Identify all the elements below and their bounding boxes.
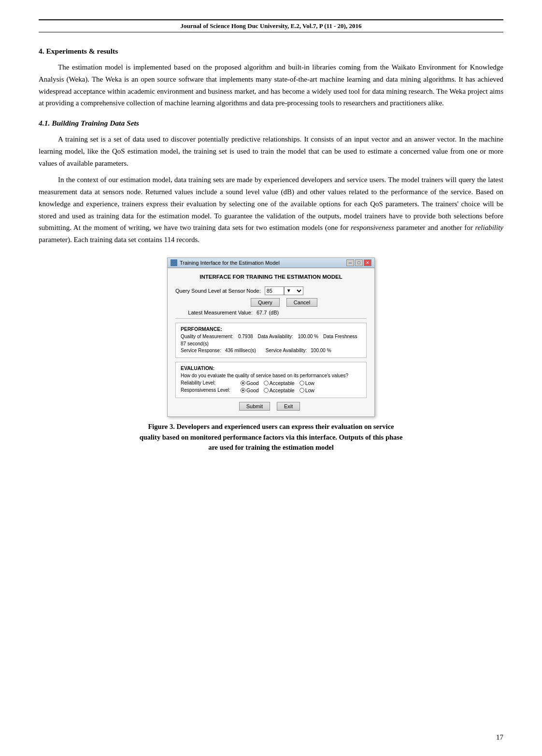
performance-title: PERFORMANCE: [181, 326, 361, 332]
exit-button[interactable]: Exit [277, 402, 300, 411]
responsiveness-acceptable-radio[interactable] [264, 388, 269, 393]
section41-paragraph1: A training set is a set of data used to … [39, 133, 503, 169]
latest-measurement-row: Latest Measurement Value: 67.7 (dB) [175, 310, 367, 315]
query-button[interactable]: Query [251, 298, 280, 307]
dialog-titlebar: Training Interface for the Estimation Mo… [168, 258, 374, 268]
close-button[interactable]: ✕ [364, 259, 371, 266]
reliability-radio-group: Good Acceptable Low [241, 380, 314, 386]
figure3-caption: Figure 3. Developers and experienced use… [140, 422, 403, 453]
journal-header: Journal of Science Hong Duc University, … [39, 19, 503, 32]
query-cancel-row: Query Cancel [204, 298, 367, 307]
dialog-title-text: Training Interface for the Estimation Mo… [180, 260, 280, 266]
evaluation-question-row: How do you evaluate the quality of servi… [181, 373, 361, 378]
dialog-titlebar-icon [171, 259, 177, 266]
responsiveness-low-option[interactable]: Low [300, 387, 314, 393]
latest-label: Latest Measurement Value: [175, 310, 253, 315]
responsiveness-good-option[interactable]: Good [241, 387, 259, 393]
data-avail-value: 100.00 % [298, 334, 318, 339]
reliability-good-option[interactable]: Good [241, 380, 259, 386]
responsiveness-acceptable-option[interactable]: Acceptable [264, 387, 295, 393]
figure-caption-line3: are used for training the estimation mod… [140, 442, 403, 453]
quality-value: 0.7938 [238, 334, 253, 339]
query-row: Query Sound Level at Sensor Node: ▼ [175, 286, 367, 295]
data-freshness-value: 87 second(s) [181, 341, 209, 346]
evaluation-title: EVALUATION: [181, 365, 361, 371]
page: Journal of Science Hong Duc University, … [0, 0, 542, 756]
figure-caption-line1: Figure 3. Developers and experienced use… [140, 422, 403, 432]
data-avail-label: Data Availability: [258, 334, 293, 339]
responsiveness-radio-group: Good Acceptable Low [241, 387, 314, 393]
service-response-value: 436 millisec(s) [225, 348, 256, 353]
section4-paragraph1: The estimation model is implemented base… [39, 61, 503, 109]
evaluation-question: How do you evaluate the quality of servi… [181, 373, 348, 378]
performance-row1: Quality of Measurement: 0.7938 Data Avai… [181, 334, 361, 346]
section4-title: 4. Experiments & results [39, 47, 503, 56]
query-label: Query Sound Level at Sensor Node: [175, 288, 261, 294]
dialog-controls[interactable]: ─ □ ✕ [346, 259, 371, 266]
dialog-main-title: INTERFACE FOR TRAINING THE ESTIMATION MO… [175, 274, 367, 280]
reliability-acceptable-option[interactable]: Acceptable [264, 380, 295, 386]
responsiveness-row: Responsiveness Level: Good Acceptable [181, 387, 361, 393]
reliability-label: Reliability Level: [181, 380, 239, 385]
service-avail-label: Service Availability: [266, 348, 307, 353]
dialog-body: INTERFACE FOR TRAINING THE ESTIMATION MO… [168, 268, 374, 416]
data-freshness-label: Data Freshness [323, 334, 357, 339]
responsiveness-good-radio[interactable] [241, 388, 245, 393]
reliability-low-radio[interactable] [300, 381, 304, 385]
service-avail-value: 100.00 % [311, 348, 331, 353]
section41-paragraph2: In the context of our estimation model, … [39, 174, 503, 246]
section41-title: 4.1. Building Training Data Sets [39, 119, 503, 128]
dialog-box: Training Interface for the Estimation Mo… [167, 257, 375, 417]
page-number: 17 [496, 733, 503, 742]
performance-section: PERFORMANCE: Quality of Measurement: 0.7… [175, 323, 367, 358]
restore-button[interactable]: □ [355, 259, 363, 266]
latest-unit: (dB) [269, 310, 279, 315]
dialog-titlebar-left: Training Interface for the Estimation Mo… [171, 259, 280, 266]
responsiveness-label: Responsiveness Level: [181, 387, 239, 393]
reliability-good-radio[interactable] [241, 381, 245, 385]
sensor-select[interactable]: ▼ [284, 286, 303, 295]
cancel-button[interactable]: Cancel [286, 298, 317, 307]
responsiveness-low-radio[interactable] [300, 388, 304, 393]
figure-caption-line2: quality based on monitored performance f… [140, 432, 403, 443]
submit-exit-row: Submit Exit [175, 402, 367, 411]
sensor-input[interactable] [265, 286, 284, 295]
figure3-container: Training Interface for the Estimation Mo… [39, 257, 503, 453]
reliability-low-option[interactable]: Low [300, 380, 314, 386]
reliability-row: Reliability Level: Good Acceptable [181, 380, 361, 386]
performance-row2: Service Response: 436 millisec(s) Servic… [181, 348, 361, 353]
reliability-acceptable-radio[interactable] [264, 381, 269, 385]
submit-button[interactable]: Submit [239, 402, 270, 411]
latest-value: 67.7 [257, 310, 267, 315]
service-response-label: Service Response: [181, 348, 221, 353]
minimize-button[interactable]: ─ [346, 259, 354, 266]
evaluation-section: EVALUATION: How do you evaluate the qual… [175, 362, 367, 398]
journal-header-text: Journal of Science Hong Duc University, … [181, 22, 362, 29]
quality-label: Quality of Measurement: [181, 334, 233, 339]
